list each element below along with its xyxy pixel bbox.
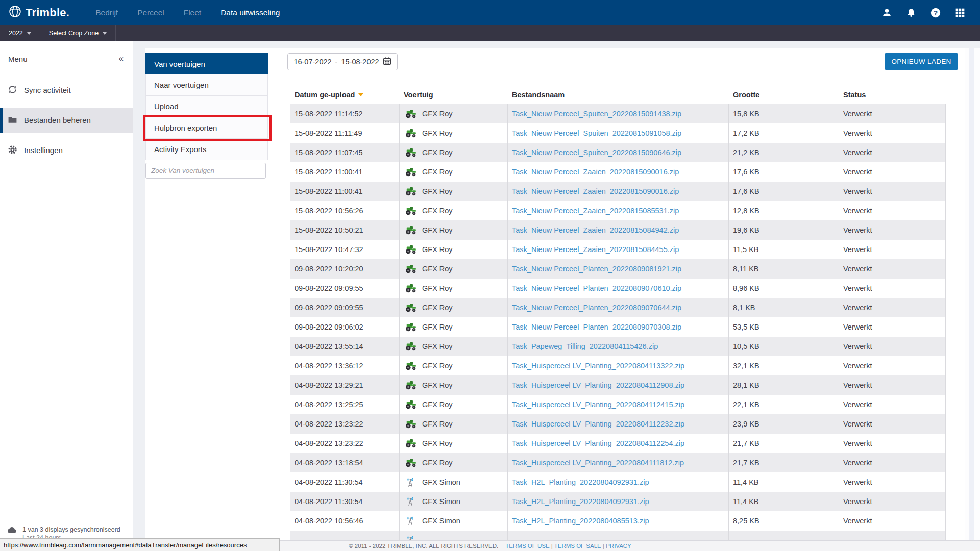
column-header-vehicle[interactable]: Voertuig	[400, 91, 508, 99]
cell-filename: Task_Nieuw Perceel_Zaaien_20220815084942…	[508, 220, 729, 240]
cell-vehicle	[400, 531, 508, 540]
cell-size: 19,6 KB	[729, 220, 839, 240]
cell-status: Verwerkt	[839, 298, 946, 317]
tab-upload[interactable]: Upload	[145, 96, 268, 117]
file-download-link[interactable]: Task_Nieuw Perceel_Zaaien_20220815090016…	[512, 187, 679, 195]
column-header-status[interactable]: Status	[839, 91, 946, 99]
notifications-bell-icon[interactable]	[905, 7, 917, 18]
cell-upload-date: 15-08-2022 11:00:41	[290, 182, 400, 201]
file-download-link[interactable]: Task_Nieuw Perceel_Planten_2022080907061…	[512, 284, 681, 292]
table-row: 09-08-2022 09:09:55GFX RoyTask_Nieuw Per…	[290, 298, 946, 317]
cell-size: 10,5 KB	[729, 337, 839, 356]
file-download-link[interactable]: Task_Huisperceel LV_Planting_20220804113…	[512, 362, 684, 370]
table-row	[290, 531, 946, 540]
cell-status: Verwerkt	[839, 375, 946, 395]
tractor-icon	[404, 148, 417, 157]
year-dropdown[interactable]: 2022	[0, 25, 40, 41]
table-row: 15-08-2022 11:07:45GFX RoyTask_Nieuw Per…	[290, 143, 946, 162]
cell-status: Verwerkt	[839, 434, 946, 453]
cell-vehicle: GFX Simon	[400, 511, 508, 531]
file-download-link[interactable]: Task_H2L_Planting_20220804092931.zip	[512, 478, 649, 486]
nav-item-fleet[interactable]: Fleet	[184, 8, 201, 17]
sidebar-item-bestanden-beheren[interactable]: Bestanden beheren	[0, 108, 133, 133]
tab-van-voertuigen[interactable]: Van voertuigen	[145, 53, 268, 74]
column-header-upload-date[interactable]: Datum ge-upload	[290, 91, 400, 99]
footer-link-terms-of-sale[interactable]: TERMS OF SALE	[554, 543, 601, 549]
file-download-link[interactable]: Task_Huisperceel LV_Planting_20220804112…	[512, 381, 684, 389]
file-download-link[interactable]: Task_Nieuw Perceel_Zaaien_20220815085531…	[512, 207, 679, 215]
file-download-link[interactable]: Task_Nieuw Perceel_Planten_2022080907030…	[512, 323, 681, 331]
cell-vehicle: GFX Roy	[400, 220, 508, 240]
search-input[interactable]	[145, 163, 266, 179]
footer-links: TERMS OF USE | TERMS OF SALE | PRIVACY	[505, 543, 631, 549]
radio-mast-icon	[404, 516, 417, 526]
file-download-link[interactable]: Task_Huisperceel LV_Planting_20220804112…	[512, 420, 684, 428]
table-body: 15-08-2022 11:14:52GFX RoyTask_Nieuw Per…	[290, 104, 946, 540]
nav-item-perceel[interactable]: Perceel	[137, 8, 164, 17]
nav-item-bedrijf[interactable]: Bedrijf	[95, 8, 118, 17]
sidebar-item-instellingen[interactable]: Instellingen	[0, 138, 133, 163]
crop-zone-dropdown[interactable]: Select Crop Zone	[40, 25, 116, 41]
cell-vehicle: GFX Roy	[400, 434, 508, 453]
cell-upload-date	[290, 531, 400, 540]
year-dropdown-label: 2022	[9, 30, 23, 37]
user-icon[interactable]	[881, 7, 892, 18]
column-header-filename[interactable]: Bestandsnaam	[508, 91, 729, 99]
cell-status: Verwerkt	[839, 453, 946, 472]
cell-size: 8,25 KB	[729, 511, 839, 531]
table-row: 04-08-2022 13:29:21GFX RoyTask_Huisperce…	[290, 375, 946, 395]
cell-status: Verwerkt	[839, 395, 946, 414]
cell-status: Verwerkt	[839, 220, 946, 240]
gear-icon	[8, 145, 17, 156]
trimble-logo[interactable]: Trimble. .	[8, 5, 74, 20]
footer-link-privacy[interactable]: PRIVACY	[606, 543, 631, 549]
tab-activity-exports[interactable]: Activity Exports	[145, 139, 268, 160]
file-download-link[interactable]: Task_Huisperceel LV_Planting_20220804112…	[512, 400, 684, 409]
tab-naar-voertuigen[interactable]: Naar voertuigen	[145, 74, 268, 96]
file-download-link[interactable]: Task_H2L_Planting_20220804085513.zip	[512, 517, 649, 525]
date-range-picker[interactable]: 16-07-2022 - 15-08-2022	[287, 53, 398, 70]
file-download-link[interactable]: Task_Papeweg_Tilling_20220804115426.zip	[512, 342, 658, 350]
footer-link-terms-of-use[interactable]: TERMS OF USE	[505, 543, 549, 549]
help-icon[interactable]: ?	[930, 7, 941, 18]
file-download-link[interactable]: Task_Nieuw Perceel_Planten_2022080908192…	[512, 265, 681, 273]
cell-status: Verwerkt	[839, 492, 946, 511]
file-download-link[interactable]: Task_H2L_Planting_20220804092931.zip	[512, 497, 649, 506]
nav-item-data-uitwisseling[interactable]: Data uitwisseling	[220, 8, 280, 17]
file-download-link[interactable]: Task_Nieuw Perceel_Planten_2022080907064…	[512, 304, 681, 312]
app-grid-icon[interactable]	[954, 7, 966, 18]
cell-size: 17,6 KB	[729, 162, 839, 182]
cell-status: Verwerkt	[839, 259, 946, 279]
reload-button[interactable]: OPNIEUW LADEN	[885, 53, 958, 70]
cell-vehicle: GFX Roy	[400, 201, 508, 220]
file-download-link[interactable]: Task_Nieuw Perceel_Spuiten_2022081509143…	[512, 110, 681, 118]
file-download-link[interactable]: Task_Nieuw Perceel_Spuiten_2022081509105…	[512, 129, 681, 137]
cell-filename: Task_Huisperceel LV_Planting_20220804112…	[508, 434, 729, 453]
cell-upload-date: 15-08-2022 11:14:52	[290, 104, 400, 123]
cell-upload-date: 04-08-2022 13:25:25	[290, 395, 400, 414]
cell-size: 17,6 KB	[729, 182, 839, 201]
cell-size	[729, 531, 839, 540]
tractor-icon	[404, 245, 417, 254]
table-row: 15-08-2022 11:14:52GFX RoyTask_Nieuw Per…	[290, 104, 946, 123]
table-row: 04-08-2022 13:55:14GFX RoyTask_Papeweg_T…	[290, 337, 946, 356]
table-row: 09-08-2022 09:06:02GFX RoyTask_Nieuw Per…	[290, 317, 946, 337]
cell-size: 15,8 KB	[729, 104, 839, 123]
sidebar-item-sync-activiteit[interactable]: Sync activiteit	[0, 78, 133, 103]
top-navigation-bar: Trimble. . BedrijfPerceelFleetData uitwi…	[0, 0, 980, 25]
cell-size: 8,96 KB	[729, 279, 839, 298]
column-header-size[interactable]: Grootte	[729, 91, 839, 99]
tractor-icon	[404, 322, 417, 332]
file-download-link[interactable]: Task_Nieuw Perceel_Zaaien_20220815084942…	[512, 226, 679, 234]
cell-upload-date: 04-08-2022 13:23:22	[290, 434, 400, 453]
collapse-sidebar-icon[interactable]: «	[119, 54, 124, 64]
file-download-link[interactable]: Task_Huisperceel LV_Planting_20220804112…	[512, 439, 684, 447]
file-download-link[interactable]: Task_Nieuw Perceel_Spuiten_2022081509064…	[512, 148, 681, 157]
tab-hulpbron-exporten[interactable]: Hulpbron exporten	[145, 117, 268, 139]
calendar-icon	[383, 57, 391, 67]
cell-upload-date: 04-08-2022 11:30:54	[290, 492, 400, 511]
cell-status: Verwerkt	[839, 182, 946, 201]
file-download-link[interactable]: Task_Huisperceel LV_Planting_20220804111…	[512, 459, 684, 467]
file-download-link[interactable]: Task_Nieuw Perceel_Zaaien_20220815090016…	[512, 168, 679, 176]
file-download-link[interactable]: Task_Nieuw Perceel_Zaaien_20220815084455…	[512, 245, 679, 254]
